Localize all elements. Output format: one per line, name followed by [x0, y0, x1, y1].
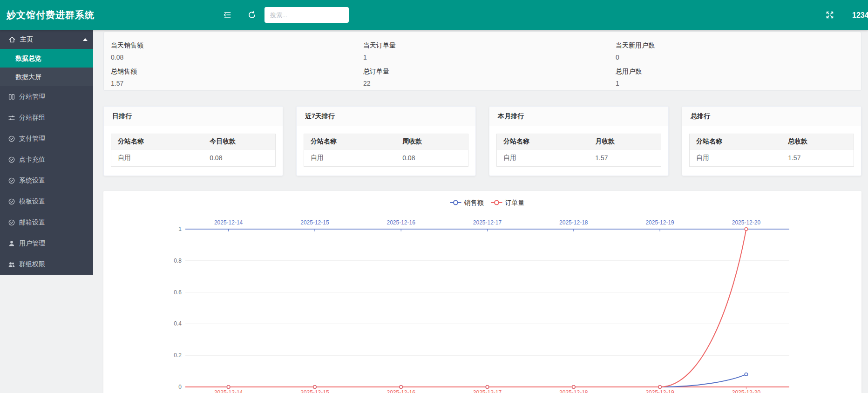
sidebar-item-site-groups[interactable]: 分站群组 — [0, 107, 93, 128]
legend-item-0[interactable]: 销售额 — [450, 199, 484, 206]
sidebar-item-label: 邮箱设置 — [19, 218, 45, 227]
sidebar-item-label: 用户管理 — [19, 239, 45, 248]
sidebar-submenu: 数据总览数据大屏 — [0, 49, 93, 86]
stat-column: 当天新用户数0总用户数1 — [609, 32, 861, 90]
chart-card: 00.20.40.60.812025-12-142025-12-152025-1… — [103, 191, 861, 393]
circle-check-icon — [7, 198, 16, 205]
x-axis-top-label: 2025-12-15 — [300, 219, 329, 226]
chart: 00.20.40.60.812025-12-142025-12-152025-1… — [103, 191, 861, 393]
x-axis-bottom-label: 2025-12-17 — [473, 389, 502, 393]
sidebar-item-label: 分站管理 — [19, 93, 45, 101]
rankings-row: 日排行分站名称今日收款自用0.08近7天排行分站名称周收款自用0.08本月排行分… — [103, 106, 861, 176]
ranking-card-body: 分站名称总收款自用1.57 — [682, 126, 861, 167]
legend-item-1[interactable]: 订单量 — [491, 199, 525, 206]
stat-value: 0.08 — [111, 54, 356, 61]
column-header: 今日收款 — [203, 134, 275, 149]
series-line-1 — [229, 229, 746, 387]
home-icon — [8, 36, 16, 43]
svg-text:销售额: 销售额 — [464, 199, 484, 206]
sidebar-item-system-settings[interactable]: 系统设置 — [0, 170, 93, 191]
sidebar-item-label: 支付管理 — [19, 135, 45, 143]
sidebar-item-home[interactable]: 主页 — [0, 30, 93, 49]
columns-icon — [7, 93, 16, 101]
table-cell: 1.57 — [589, 149, 661, 167]
y-axis-label: 1 — [178, 226, 182, 232]
table-header-row: 分站名称周收款 — [304, 134, 468, 149]
ranking-card-body: 分站名称周收款自用0.08 — [297, 126, 475, 167]
stat-label: 当天新用户数 — [616, 41, 861, 50]
ranking-table: 分站名称今日收款自用0.08 — [111, 134, 276, 167]
column-header: 分站名称 — [690, 134, 782, 149]
sidebar-item-data-screen[interactable]: 数据大屏 — [0, 68, 93, 86]
ranking-card: 日排行分站名称今日收款自用0.08 — [103, 106, 283, 176]
x-axis-top-label: 2025-12-14 — [214, 219, 243, 226]
table-header-row: 分站名称今日收款 — [111, 134, 276, 149]
x-axis-top-label: 2025-12-20 — [732, 219, 761, 226]
chart-canvas: 00.20.40.60.812025-12-142025-12-152025-1… — [103, 191, 861, 393]
sidebar-menu: 分站管理分站群组支付管理点卡充值系统设置模板设置邮箱设置用户管理群组权限 — [0, 86, 93, 275]
data-point — [572, 386, 575, 388]
stat-value: 22 — [363, 80, 609, 87]
x-axis-top-label: 2025-12-17 — [473, 219, 502, 226]
data-point — [745, 373, 747, 376]
table-row: 自用1.57 — [690, 149, 854, 167]
table-cell: 自用 — [304, 149, 396, 167]
ranking-card-body: 分站名称月收款自用1.57 — [489, 126, 668, 167]
search-input[interactable] — [264, 7, 349, 23]
x-axis-top-label: 2025-12-16 — [387, 219, 416, 226]
x-axis-bottom-label: 2025-12-18 — [559, 389, 588, 393]
collapse-sidebar-icon[interactable] — [223, 10, 232, 20]
sidebar-item-label: 主页 — [20, 35, 33, 44]
y-axis-label: 0.4 — [174, 320, 182, 327]
sliders-icon — [7, 114, 16, 122]
user-icon — [7, 240, 16, 247]
circle-check-icon — [7, 177, 16, 184]
app-title: 妙文馆付费进群系统 — [7, 0, 95, 30]
ranking-card-body: 分站名称今日收款自用0.08 — [104, 126, 283, 167]
ranking-card-title: 日排行 — [104, 107, 283, 126]
stat-value: 0 — [616, 54, 861, 61]
sidebar-item-card-recharge[interactable]: 点卡充值 — [0, 149, 93, 170]
table-row: 自用0.08 — [304, 149, 468, 167]
refresh-icon[interactable] — [247, 10, 257, 20]
chevron-up-icon — [83, 38, 88, 41]
table-row: 自用1.57 — [497, 149, 661, 167]
x-axis-bottom-label: 2025-12-15 — [300, 389, 329, 393]
fullscreen-icon[interactable] — [825, 10, 834, 20]
stat-label: 总订单量 — [363, 68, 609, 76]
stat-label: 总销售额 — [111, 68, 356, 76]
table-cell: 自用 — [690, 149, 782, 167]
sidebar-item-label: 群组权限 — [19, 260, 45, 269]
circle-check-icon — [7, 219, 16, 226]
stat-value: 1.57 — [111, 80, 356, 87]
sidebar-item-label: 点卡充值 — [19, 156, 45, 164]
y-axis-label: 0.8 — [174, 257, 182, 264]
sidebar-item-user-management[interactable]: 用户管理 — [0, 233, 93, 254]
table-cell: 0.08 — [396, 149, 468, 167]
data-point — [313, 386, 316, 388]
column-header: 分站名称 — [111, 134, 203, 149]
data-point — [400, 386, 402, 388]
sidebar-item-payment-management[interactable]: 支付管理 — [0, 128, 93, 149]
sidebar-item-template-settings[interactable]: 模板设置 — [0, 191, 93, 212]
column-header: 月收款 — [589, 134, 661, 149]
x-axis-top-label: 2025-12-19 — [645, 219, 674, 226]
column-header: 总收款 — [781, 134, 854, 149]
sidebar-item-data-overview[interactable]: 数据总览 — [0, 49, 93, 68]
data-point — [745, 228, 747, 230]
x-axis-top-label: 2025-12-18 — [559, 219, 588, 226]
sidebar-item-email-settings[interactable]: 邮箱设置 — [0, 212, 93, 233]
sidebar-item-label: 分站群组 — [19, 114, 45, 122]
column-header: 分站名称 — [497, 134, 589, 149]
ranking-card: 本月排行分站名称月收款自用1.57 — [489, 106, 669, 176]
column-header: 分站名称 — [304, 134, 396, 149]
ranking-card-title: 近7天排行 — [297, 107, 475, 126]
y-axis-label: 0.6 — [174, 289, 182, 296]
ranking-card: 近7天排行分站名称周收款自用0.08 — [296, 106, 476, 176]
sidebar-item-site-management[interactable]: 分站管理 — [0, 86, 93, 107]
stat-column: 当天订单量1总订单量22 — [356, 32, 609, 90]
username[interactable]: 12345 — [852, 0, 868, 30]
sidebar-item-group-permissions[interactable]: 群组权限 — [0, 254, 93, 275]
table-header-row: 分站名称月收款 — [497, 134, 661, 149]
stat-label: 当天销售额 — [111, 41, 356, 50]
